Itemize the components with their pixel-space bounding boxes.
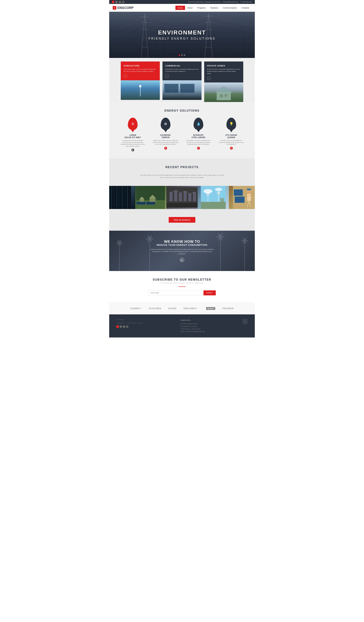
newsletter-submit-button[interactable]: SUBMIT	[203, 290, 216, 295]
nav-home[interactable]: Home	[175, 6, 185, 10]
solution-lorem: ⚙ LOREMDOLOR SIT AMET Duis dignissim ven…	[120, 118, 146, 151]
footer-email[interactable]: E-MAIL: CONTACT@DENSLINK.ORG	[181, 330, 205, 333]
footer-icon-linkedin[interactable]: in	[120, 325, 122, 328]
cta-title: WE KNOW HOW TO	[114, 240, 250, 244]
nav-contacts[interactable]: Contacts	[239, 6, 251, 10]
newsletter-form: SUBMIT	[148, 290, 216, 295]
project-image-4[interactable]	[198, 186, 229, 209]
svg-point-73	[218, 193, 219, 194]
social-icons-top: f in g r	[112, 1, 125, 3]
solution-lorem-link[interactable]: ▶	[131, 149, 134, 151]
card-commercial-text: Massa dolor sit amet, consectetur adipis…	[165, 68, 199, 73]
logo-text: ENGCORP	[117, 6, 133, 10]
solar-panels-proj-visual	[229, 186, 255, 209]
card-private-homes-title: PRIVATE HOMES	[207, 65, 240, 67]
card-agriculture-text: Lorem ipsum dolor sit amet, consectetur …	[124, 68, 157, 73]
solutions-grid: ⚙ LOREMDOLOR SIT AMET Duis dignissim ven…	[120, 118, 244, 151]
svg-rect-74	[220, 198, 224, 202]
social-icon-facebook[interactable]: f	[112, 1, 114, 3]
view-all-button[interactable]: View all projects	[169, 217, 196, 223]
project-image-1[interactable]	[109, 186, 135, 209]
newsletter-title: SUBSCRIBE TO OUR NEWSLETTER	[114, 278, 250, 281]
footer-brand: ENGCORP © 2015 PRIVACY POLICY	[116, 321, 143, 324]
svg-rect-84	[235, 196, 244, 203]
card-private-homes: PRIVATE HOMES Ed dolor sit amet, consect…	[204, 61, 243, 102]
footer-copyright-label: COPYRIGHT	[116, 319, 143, 320]
wind-farm-visual	[198, 186, 229, 209]
footer-left: COPYRIGHT ENGCORP © 2015 PRIVACY POLICY …	[116, 319, 143, 328]
svg-rect-30	[225, 94, 227, 97]
logo[interactable]: e ENGCORP	[113, 6, 133, 10]
svg-rect-77	[247, 189, 251, 190]
footer-telephone: TELEPHONE: +1 800 603 6035	[181, 328, 205, 330]
partner-zcolden: ZCOLDEN	[149, 307, 161, 310]
nav-current-projects[interactable]: Current projects	[221, 6, 239, 10]
hero-dot-2[interactable]	[181, 54, 183, 56]
footer-right: ↑	[242, 319, 248, 324]
card-private-homes-btn[interactable]: →	[207, 77, 211, 80]
footer: COPYRIGHT ENGCORP © 2015 PRIVACY POLICY …	[109, 314, 255, 337]
solution-eto-icon: 💡	[229, 122, 233, 126]
scroll-to-top-button[interactable]: ↑	[242, 319, 248, 324]
solution-eius-link[interactable]: ▶	[164, 147, 167, 150]
solution-lorem-icon: ⚙	[131, 122, 134, 126]
logo-icon: e	[113, 6, 116, 10]
solution-eto: 💡 ETO HARUMQUIDEM Accusam et iusto duo c…	[218, 118, 244, 151]
hero-dots	[179, 54, 185, 56]
nav-solutions[interactable]: Solutions	[208, 6, 220, 10]
hero-content: ENVIRONMENT FRIENDLY ENERGY SOLUTIONS	[148, 29, 215, 40]
nav-programs[interactable]: Programs	[195, 6, 208, 10]
nav: Home About Programs Solutions Current pr…	[175, 6, 251, 10]
social-icon-rss[interactable]: r	[122, 1, 125, 3]
hero-dot-1[interactable]	[179, 54, 180, 56]
solution-lorem-icon-wrapper: ⚙	[127, 118, 139, 132]
svg-rect-29	[220, 94, 223, 97]
substation-visual	[166, 186, 198, 209]
newsletter-divider	[179, 287, 185, 287]
energy-solutions-section: ENERGY SOLUTIONS ⚙ LOREMDOLOR SIT AMET D…	[109, 102, 255, 158]
solution-eto-name: ETO HARUMQUIDEM	[225, 134, 237, 139]
svg-line-0	[141, 14, 145, 58]
svg-point-20	[140, 86, 141, 87]
newsletter-email-input[interactable]	[148, 290, 203, 295]
card-agriculture-btn[interactable]: →	[124, 74, 127, 78]
solution-ncididunt: 💧 NCIDIDUNTUTRE LABORE Edin dignissim ve…	[185, 118, 211, 151]
footer-icon-google[interactable]: g	[123, 325, 125, 328]
top-bar-phone: +1 800 559 6580	[240, 1, 252, 3]
project-image-3[interactable]	[166, 186, 198, 209]
solution-eius-desc: Egestas dolor sit AME consectetur adipis…	[153, 140, 179, 145]
svg-rect-61	[201, 202, 226, 209]
card-agriculture-image	[121, 80, 160, 100]
solution-eto-link[interactable]: ▶	[230, 147, 233, 150]
svg-rect-51	[183, 191, 187, 201]
svg-rect-48	[170, 192, 173, 201]
social-icon-linkedin[interactable]: in	[115, 1, 118, 3]
svg-rect-50	[179, 193, 182, 201]
social-icon-google[interactable]: g	[119, 1, 121, 3]
top-bar-address: 9670 St Vincent Place, Glasgow, DC 45 Fr…	[188, 1, 220, 3]
house-icon	[204, 82, 243, 102]
svg-rect-49	[174, 190, 177, 201]
project-image-5[interactable]	[229, 186, 255, 209]
solar-panels-icon	[163, 80, 201, 100]
solution-eto-desc: Accusam et iusto duo clita dignissimos A…	[218, 140, 244, 145]
top-bar-email[interactable]: contact@denslink.org	[222, 1, 238, 3]
solution-eius-name: EIUSMODETEMPOR	[161, 134, 171, 139]
hero-dot-3[interactable]	[184, 54, 185, 56]
project-image-2[interactable]	[135, 186, 166, 209]
partner-diplomat: DIPLOMAT™	[183, 307, 199, 310]
footer-icon-rss[interactable]: r	[126, 325, 128, 328]
card-private-homes-top: PRIVATE HOMES Ed dolor sit amet, consect…	[204, 61, 243, 82]
card-commercial-btn[interactable]: →	[165, 74, 169, 78]
footer-icon-facebook[interactable]: f	[116, 325, 119, 328]
cta-play-button[interactable]: ▶	[180, 258, 184, 262]
hero-section: ENVIRONMENT FRIENDLY ENERGY SOLUTIONS	[109, 12, 255, 58]
nav-about[interactable]: About	[185, 6, 195, 10]
footer-contacts: CONTACTS 9670 ST VINCENT PLACE, GLASGOW,…	[181, 319, 205, 333]
svg-rect-52	[188, 194, 191, 201]
solution-eto-icon-wrapper: 💡	[225, 118, 237, 132]
footer-address-line2: GLASGOW, DC 45 FR 45	[181, 325, 205, 328]
water-project-visual	[109, 186, 135, 209]
hero-title: ENVIRONMENT	[148, 29, 215, 36]
solution-ncididunt-link[interactable]: ▶	[197, 147, 200, 150]
